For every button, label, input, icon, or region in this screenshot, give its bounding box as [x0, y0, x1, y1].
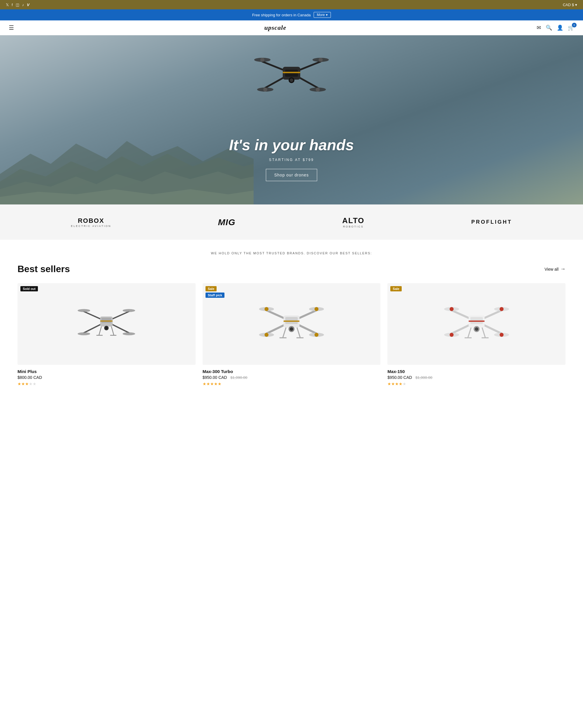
- header-right: ✉ 🔍 👤 🛒 0: [537, 25, 574, 31]
- products-grid: Sold out: [18, 283, 565, 386]
- social-links: 𝕏 f ◫ ♪ V: [6, 3, 29, 7]
- tiktok-icon: ♪: [22, 3, 24, 7]
- search-icon[interactable]: 🔍: [546, 25, 552, 31]
- sale-badge: Sale: [390, 286, 402, 291]
- product-image-max300: Sale Staff pick: [202, 283, 381, 365]
- svg-line-77: [482, 328, 485, 338]
- brands-bar: ROBOX ELECTRIC AVIATION MIG alto ROBOTIC…: [0, 205, 583, 240]
- svg-point-72: [500, 333, 504, 337]
- chevron-down-icon: ▾: [326, 13, 328, 17]
- product-card-mini-plus[interactable]: Sold out: [18, 283, 196, 386]
- currency-label: CAD $: [563, 3, 574, 7]
- product-price: $800.00 CAD: [18, 375, 196, 380]
- product-stars: ★★★★★: [18, 382, 196, 386]
- product-image-max150: Sale: [387, 283, 565, 365]
- svg-point-69: [449, 307, 453, 311]
- logo[interactable]: upscale: [265, 24, 286, 31]
- brand-alto[interactable]: alto ROBOTICS: [342, 216, 364, 228]
- hero-title: It's in your hands: [229, 136, 354, 154]
- tiktok-link[interactable]: ♪: [22, 3, 24, 7]
- svg-rect-26: [102, 318, 111, 323]
- brand-proflight-name: PROFLIGHT: [471, 219, 512, 225]
- svg-point-14: [260, 58, 265, 62]
- hero-mountains-svg: [0, 103, 254, 205]
- svg-point-51: [314, 333, 318, 337]
- svg-line-56: [297, 328, 300, 338]
- product-price: $950.00 CAD $1,000.00: [387, 375, 565, 380]
- section-tagline: WE HOLD ONLY THE MOST TRUSTED BRANDS. DI…: [18, 252, 565, 255]
- product-card-max300[interactable]: Sale Staff pick: [202, 283, 381, 386]
- sold-out-badge: Sold out: [20, 286, 38, 291]
- email-icon[interactable]: ✉: [537, 25, 541, 31]
- svg-point-49: [314, 307, 318, 311]
- cart-icon[interactable]: 🛒 0: [568, 25, 574, 31]
- svg-rect-73: [468, 320, 484, 322]
- cart-count: 0: [572, 23, 577, 27]
- svg-point-71: [449, 333, 453, 337]
- facebook-link[interactable]: f: [12, 3, 13, 7]
- vimeo-link[interactable]: V: [27, 3, 29, 7]
- sale-badge: Sale: [205, 286, 217, 291]
- svg-point-29: [78, 332, 90, 335]
- product-name: Max-150: [387, 369, 565, 374]
- svg-point-75: [475, 327, 478, 331]
- twitter-link[interactable]: 𝕏: [6, 3, 9, 7]
- section-header: Best sellers View all →: [18, 264, 565, 275]
- chevron-down-icon: ▾: [575, 3, 577, 7]
- drone-max150-svg: [442, 296, 511, 352]
- instagram-link[interactable]: ◫: [16, 3, 19, 7]
- svg-point-19: [290, 78, 293, 82]
- twitter-icon: 𝕏: [6, 3, 9, 7]
- more-button[interactable]: More ▾: [314, 12, 331, 18]
- brand-robox-sub: ELECTRIC AVIATION: [71, 225, 111, 228]
- svg-point-16: [263, 87, 267, 92]
- vimeo-icon: V: [27, 3, 29, 7]
- account-icon[interactable]: 👤: [557, 25, 563, 31]
- drone-image: [239, 44, 344, 102]
- svg-point-17: [316, 87, 320, 92]
- svg-line-76: [468, 328, 471, 338]
- best-sellers-section: WE HOLD ONLY THE MOST TRUSTED BRANDS. DI…: [0, 240, 583, 404]
- svg-line-35: [111, 327, 114, 335]
- header: ☰ upscale ✉ 🔍 👤 🛒 0: [0, 20, 583, 35]
- svg-point-28: [123, 309, 135, 312]
- top-bar: 𝕏 f ◫ ♪ V CAD $ ▾: [0, 0, 583, 9]
- announcement-text: Free shipping for orders in Canada: [252, 13, 311, 17]
- svg-point-33: [105, 327, 108, 329]
- view-all-label: View all: [545, 267, 558, 271]
- brand-alto-sub: ROBOTICS: [343, 225, 364, 228]
- facebook-icon: f: [12, 3, 13, 7]
- brand-robox[interactable]: ROBOX ELECTRIC AVIATION: [71, 217, 111, 228]
- product-stars: ★★★★★: [202, 382, 381, 386]
- svg-point-15: [318, 58, 323, 62]
- svg-point-27: [78, 309, 90, 312]
- announcement-bar: Free shipping for orders in Canada More …: [0, 9, 583, 20]
- brand-mig-name: MIG: [218, 217, 235, 227]
- product-image-mini-plus: Sold out: [18, 283, 196, 365]
- drone-max300-svg: [256, 296, 327, 352]
- currency-selector[interactable]: CAD $ ▾: [563, 3, 577, 7]
- product-name: Mini Plus: [18, 369, 196, 374]
- view-all-link[interactable]: View all →: [545, 266, 565, 272]
- section-title: Best sellers: [18, 264, 70, 275]
- brand-mig[interactable]: MIG: [218, 217, 235, 227]
- svg-point-48: [265, 307, 269, 311]
- product-name: Max-300 Turbo: [202, 369, 381, 374]
- brand-proflight[interactable]: PROFLIGHT: [471, 219, 512, 225]
- shop-drones-button[interactable]: Shop our drones: [266, 169, 317, 181]
- hero-subtitle: Starting at $799: [229, 158, 354, 162]
- svg-rect-20: [283, 72, 300, 73]
- svg-line-55: [283, 328, 286, 338]
- svg-line-34: [99, 327, 102, 335]
- brand-robox-name: ROBOX: [78, 217, 104, 225]
- hamburger-icon[interactable]: ☰: [9, 24, 14, 31]
- svg-rect-52: [284, 320, 300, 322]
- svg-point-54: [290, 327, 293, 331]
- hero-section: It's in your hands Starting at $799 Shop…: [0, 35, 583, 205]
- drone-mini-plus-svg: [72, 296, 141, 352]
- right-arrow-icon: →: [560, 266, 565, 272]
- hero-text: It's in your hands Starting at $799 Shop…: [229, 136, 354, 181]
- product-card-max150[interactable]: Sale: [387, 283, 565, 386]
- product-stars: ★★★★★: [387, 382, 565, 386]
- svg-point-50: [265, 333, 269, 337]
